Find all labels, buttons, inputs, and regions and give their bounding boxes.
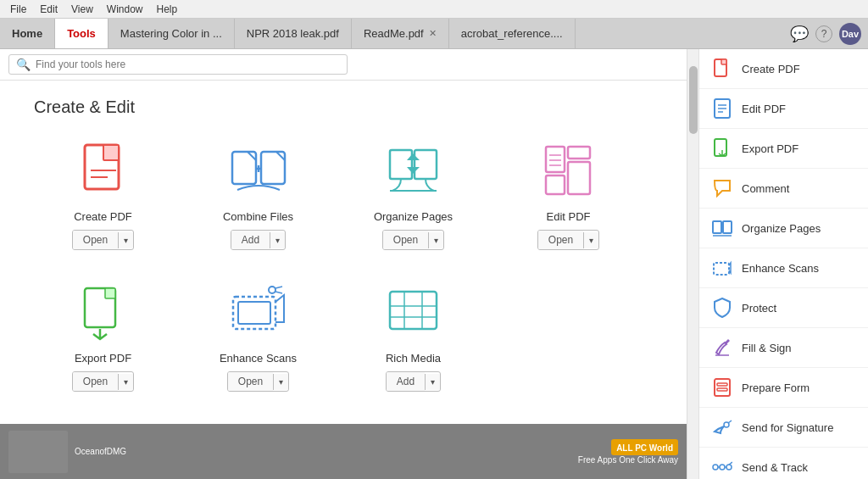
search-icon: 🔍 bbox=[16, 58, 31, 71]
menu-file[interactable]: File bbox=[3, 3, 33, 15]
tab-acrobat[interactable]: acrobat_reference.... bbox=[449, 19, 576, 48]
watermark-badge: ALL PC World bbox=[611, 439, 678, 455]
menu-bar: File Edit View Window Help bbox=[0, 0, 868, 19]
tab-readme-close[interactable]: ✕ bbox=[429, 28, 437, 39]
organize-pages-btn[interactable]: Open ▾ bbox=[382, 230, 444, 250]
export-pdf-btn[interactable]: Open ▾ bbox=[72, 371, 134, 392]
rp-organize-pages-label: Organize Pages bbox=[742, 222, 821, 235]
rp-create-pdf[interactable]: Create PDF bbox=[699, 49, 868, 89]
rich-media-btn-row: Add ▾ bbox=[386, 371, 441, 392]
scrollbar[interactable] bbox=[687, 49, 698, 479]
rp-protect-label: Protect bbox=[742, 302, 776, 315]
export-pdf-btn-row: Open ▾ bbox=[72, 371, 134, 392]
combine-files-btn[interactable]: Add ▾ bbox=[231, 230, 286, 250]
watermark-badge-text: ALL PC World bbox=[616, 443, 673, 453]
svg-rect-8 bbox=[546, 147, 565, 172]
rp-prepare-form[interactable]: Prepare Form bbox=[699, 368, 868, 408]
tab-right-icons: 💬 ? Dav bbox=[783, 19, 868, 48]
rp-edit-pdf-label: Edit PDF bbox=[742, 103, 786, 115]
svg-rect-39 bbox=[715, 379, 730, 396]
menu-view[interactable]: View bbox=[64, 3, 100, 15]
combine-files-icon bbox=[229, 142, 288, 202]
organize-pages-btn-row: Open ▾ bbox=[382, 230, 444, 250]
rp-export-pdf[interactable]: Export PDF bbox=[699, 129, 868, 169]
rp-send-track-label: Send & Track bbox=[742, 461, 808, 474]
edit-pdf-label: Edit PDF bbox=[546, 210, 590, 223]
combine-files-label: Combine Files bbox=[223, 210, 293, 223]
rp-edit-pdf-icon bbox=[711, 97, 733, 120]
tool-card-rich-media: Rich Media Add ▾ bbox=[339, 270, 487, 404]
rp-protect-icon bbox=[711, 297, 733, 319]
enhance-scans-label: Enhance Scans bbox=[220, 352, 297, 365]
tool-card-export-pdf: Export PDF Open ▾ bbox=[29, 270, 177, 404]
menu-window[interactable]: Window bbox=[100, 3, 150, 15]
organize-pages-icon bbox=[384, 142, 443, 202]
svg-point-46 bbox=[726, 465, 732, 470]
rp-export-pdf-icon bbox=[711, 137, 733, 159]
watermark-thumb bbox=[8, 431, 68, 473]
edit-pdf-btn-row: Open ▾ bbox=[537, 230, 599, 250]
svg-rect-6 bbox=[390, 150, 412, 179]
export-pdf-icon bbox=[74, 284, 133, 343]
watermark-left-text: OceanofDMG bbox=[75, 447, 126, 456]
tab-bar: Home Tools Mastering Color in ... NPR 20… bbox=[0, 19, 868, 49]
create-pdf-btn[interactable]: Open ▾ bbox=[72, 230, 134, 250]
rp-send-for-signature[interactable]: Send for Signature bbox=[699, 408, 868, 448]
tab-readme[interactable]: ReadMe.pdf ✕ bbox=[352, 19, 449, 48]
enhance-scans-btn-row: Open ▾ bbox=[227, 371, 289, 392]
create-pdf-icon bbox=[74, 142, 133, 202]
avatar[interactable]: Dav bbox=[839, 23, 861, 45]
rp-fill-sign[interactable]: Fill & Sign bbox=[699, 328, 868, 368]
rp-comment-label: Comment bbox=[742, 182, 789, 195]
rich-media-btn[interactable]: Add ▾ bbox=[386, 371, 441, 392]
main-layout: 🔍 Create & Edit bbox=[0, 49, 868, 479]
search-box[interactable]: 🔍 bbox=[8, 54, 348, 75]
menu-help[interactable]: Help bbox=[150, 3, 185, 15]
tools-grid: Create PDF Open ▾ bbox=[0, 129, 687, 412]
tab-tools[interactable]: Tools bbox=[55, 19, 108, 48]
scroll-thumb[interactable] bbox=[689, 66, 698, 134]
rp-export-pdf-label: Export PDF bbox=[742, 142, 798, 155]
tab-npr[interactable]: NPR 2018 leak.pdf bbox=[235, 19, 352, 48]
content-area: 🔍 Create & Edit bbox=[0, 49, 687, 479]
toolbar-row: 🔍 bbox=[0, 49, 687, 81]
menu-edit[interactable]: Edit bbox=[33, 3, 64, 15]
rp-send-track[interactable]: Send & Track bbox=[699, 448, 868, 479]
edit-pdf-btn[interactable]: Open ▾ bbox=[537, 230, 599, 250]
watermark-left: OceanofDMG bbox=[8, 431, 126, 473]
rp-enhance-scans[interactable]: Enhance Scans bbox=[699, 248, 868, 288]
rp-create-pdf-icon bbox=[711, 58, 733, 80]
help-icon[interactable]: ? bbox=[815, 25, 832, 42]
tool-card-create-pdf: Create PDF Open ▾ bbox=[29, 129, 177, 262]
export-pdf-label: Export PDF bbox=[75, 352, 131, 365]
rp-protect[interactable]: Protect bbox=[699, 288, 868, 328]
svg-rect-16 bbox=[105, 288, 115, 298]
svg-point-19 bbox=[269, 287, 275, 293]
rp-edit-pdf[interactable]: Edit PDF bbox=[699, 89, 868, 129]
tool-card-edit-pdf: Edit PDF Open ▾ bbox=[494, 129, 643, 262]
svg-rect-11 bbox=[568, 162, 590, 194]
rich-media-label: Rich Media bbox=[386, 352, 441, 365]
rp-send-for-signature-icon bbox=[711, 416, 733, 438]
rp-organize-pages[interactable]: Organize Pages bbox=[699, 209, 868, 248]
rp-enhance-scans-label: Enhance Scans bbox=[742, 262, 819, 275]
combine-files-btn-row: Add ▾ bbox=[231, 230, 286, 250]
tool-card-enhance-scans: Enhance Scans Open ▾ bbox=[184, 270, 332, 404]
rp-fill-sign-label: Fill & Sign bbox=[742, 342, 792, 354]
enhance-scans-btn[interactable]: Open ▾ bbox=[227, 371, 289, 392]
svg-point-45 bbox=[720, 465, 725, 470]
watermark-right: ALL PC World Free Apps One Click Away bbox=[578, 439, 678, 465]
rp-send-track-icon bbox=[711, 456, 733, 478]
chat-icon[interactable]: 💬 bbox=[790, 25, 809, 43]
tab-mastering[interactable]: Mastering Color in ... bbox=[108, 19, 235, 48]
svg-rect-18 bbox=[238, 302, 270, 324]
rp-prepare-form-label: Prepare Form bbox=[742, 382, 810, 394]
svg-rect-1 bbox=[103, 145, 119, 160]
search-input[interactable] bbox=[36, 58, 340, 70]
rp-comment[interactable]: Comment bbox=[699, 169, 868, 209]
svg-line-43 bbox=[728, 421, 732, 423]
svg-rect-9 bbox=[546, 175, 565, 194]
svg-rect-10 bbox=[568, 147, 590, 159]
watermark-overlay: OceanofDMG ALL PC World Free Apps One Cl… bbox=[0, 424, 687, 479]
tab-home[interactable]: Home bbox=[0, 19, 55, 48]
